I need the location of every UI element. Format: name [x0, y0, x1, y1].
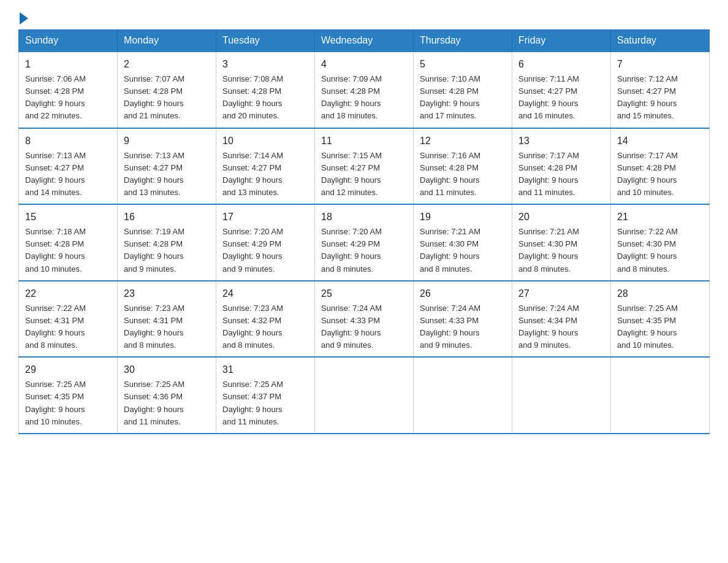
- day-number: 16: [124, 210, 210, 224]
- day-number: 18: [321, 210, 407, 224]
- calendar-cell: 19 Sunrise: 7:21 AMSunset: 4:30 PMDaylig…: [414, 204, 512, 281]
- day-of-week-header: Saturday: [611, 30, 710, 52]
- day-info: Sunrise: 7:19 AMSunset: 4:28 PMDaylight:…: [124, 227, 184, 273]
- day-number: 7: [617, 57, 703, 72]
- calendar-cell: 4 Sunrise: 7:09 AMSunset: 4:28 PMDayligh…: [315, 52, 414, 128]
- day-info: Sunrise: 7:16 AMSunset: 4:28 PMDaylight:…: [420, 151, 480, 197]
- day-info: Sunrise: 7:17 AMSunset: 4:28 PMDaylight:…: [518, 151, 579, 197]
- day-number: 26: [420, 286, 506, 301]
- calendar-cell: 18 Sunrise: 7:20 AMSunset: 4:29 PMDaylig…: [315, 204, 414, 281]
- day-number: 28: [617, 286, 703, 301]
- day-number: 6: [518, 57, 604, 72]
- day-info: Sunrise: 7:12 AMSunset: 4:27 PMDaylight:…: [617, 74, 678, 120]
- calendar-cell: 26 Sunrise: 7:24 AMSunset: 4:33 PMDaylig…: [414, 281, 512, 358]
- day-number: 27: [518, 286, 604, 301]
- logo-arrow-icon: [20, 12, 28, 25]
- calendar-cell: 6 Sunrise: 7:11 AMSunset: 4:27 PMDayligh…: [512, 52, 611, 128]
- calendar-header-row: SundayMondayTuesdayWednesdayThursdayFrid…: [19, 30, 710, 52]
- calendar-cell: 15 Sunrise: 7:18 AMSunset: 4:28 PMDaylig…: [19, 204, 118, 281]
- calendar-cell: 24 Sunrise: 7:23 AMSunset: 4:32 PMDaylig…: [216, 281, 315, 358]
- calendar-week-row: 15 Sunrise: 7:18 AMSunset: 4:28 PMDaylig…: [19, 204, 710, 281]
- day-number: 10: [222, 134, 308, 148]
- day-number: 1: [25, 57, 111, 72]
- day-info: Sunrise: 7:25 AMSunset: 4:35 PMDaylight:…: [25, 380, 86, 426]
- day-number: 19: [420, 210, 506, 224]
- day-number: 9: [124, 134, 210, 148]
- calendar-cell: 2 Sunrise: 7:07 AMSunset: 4:28 PMDayligh…: [118, 52, 216, 128]
- day-info: Sunrise: 7:23 AMSunset: 4:31 PMDaylight:…: [124, 304, 184, 350]
- day-of-week-header: Monday: [118, 30, 216, 52]
- day-number: 3: [222, 57, 308, 72]
- day-of-week-header: Tuesday: [216, 30, 315, 52]
- calendar-cell: 23 Sunrise: 7:23 AMSunset: 4:31 PMDaylig…: [118, 281, 216, 358]
- day-info: Sunrise: 7:07 AMSunset: 4:28 PMDaylight:…: [124, 74, 184, 120]
- day-info: Sunrise: 7:23 AMSunset: 4:32 PMDaylight:…: [222, 304, 283, 350]
- day-number: 20: [518, 210, 604, 224]
- calendar-table: SundayMondayTuesdayWednesdayThursdayFrid…: [18, 29, 710, 434]
- calendar-cell: 25 Sunrise: 7:24 AMSunset: 4:33 PMDaylig…: [315, 281, 414, 358]
- page-header: [18, 12, 710, 23]
- day-number: 5: [420, 57, 506, 72]
- day-info: Sunrise: 7:24 AMSunset: 4:34 PMDaylight:…: [518, 304, 579, 350]
- calendar-cell: 30 Sunrise: 7:25 AMSunset: 4:36 PMDaylig…: [118, 357, 216, 434]
- logo: [18, 12, 28, 23]
- day-of-week-header: Thursday: [414, 30, 512, 52]
- calendar-cell: 20 Sunrise: 7:21 AMSunset: 4:30 PMDaylig…: [512, 204, 611, 281]
- calendar-cell: 21 Sunrise: 7:22 AMSunset: 4:30 PMDaylig…: [611, 204, 710, 281]
- day-number: 21: [617, 210, 703, 224]
- day-info: Sunrise: 7:25 AMSunset: 4:37 PMDaylight:…: [222, 380, 283, 426]
- day-number: 12: [420, 134, 506, 148]
- day-number: 25: [321, 286, 407, 301]
- day-info: Sunrise: 7:13 AMSunset: 4:27 PMDaylight:…: [124, 151, 184, 197]
- day-info: Sunrise: 7:08 AMSunset: 4:28 PMDaylight:…: [222, 74, 283, 120]
- day-number: 31: [222, 362, 308, 377]
- calendar-cell: 28 Sunrise: 7:25 AMSunset: 4:35 PMDaylig…: [611, 281, 710, 358]
- day-number: 13: [518, 134, 604, 148]
- calendar-cell: 7 Sunrise: 7:12 AMSunset: 4:27 PMDayligh…: [611, 52, 710, 128]
- day-info: Sunrise: 7:22 AMSunset: 4:31 PMDaylight:…: [25, 304, 86, 350]
- calendar-cell: 12 Sunrise: 7:16 AMSunset: 4:28 PMDaylig…: [414, 128, 512, 205]
- day-info: Sunrise: 7:25 AMSunset: 4:36 PMDaylight:…: [124, 380, 184, 426]
- day-info: Sunrise: 7:14 AMSunset: 4:27 PMDaylight:…: [222, 151, 283, 197]
- day-info: Sunrise: 7:13 AMSunset: 4:27 PMDaylight:…: [25, 151, 86, 197]
- day-info: Sunrise: 7:25 AMSunset: 4:35 PMDaylight:…: [617, 304, 678, 350]
- day-info: Sunrise: 7:18 AMSunset: 4:28 PMDaylight:…: [25, 227, 86, 273]
- calendar-week-row: 29 Sunrise: 7:25 AMSunset: 4:35 PMDaylig…: [19, 357, 710, 434]
- day-number: 2: [124, 57, 210, 72]
- day-of-week-header: Sunday: [19, 30, 118, 52]
- day-info: Sunrise: 7:22 AMSunset: 4:30 PMDaylight:…: [617, 227, 678, 273]
- calendar-cell: 13 Sunrise: 7:17 AMSunset: 4:28 PMDaylig…: [512, 128, 611, 205]
- calendar-week-row: 1 Sunrise: 7:06 AMSunset: 4:28 PMDayligh…: [19, 52, 710, 128]
- calendar-cell: 3 Sunrise: 7:08 AMSunset: 4:28 PMDayligh…: [216, 52, 315, 128]
- calendar-cell: 14 Sunrise: 7:17 AMSunset: 4:28 PMDaylig…: [611, 128, 710, 205]
- day-number: 23: [124, 286, 210, 301]
- calendar-cell: [315, 357, 414, 434]
- day-info: Sunrise: 7:17 AMSunset: 4:28 PMDaylight:…: [617, 151, 678, 197]
- day-number: 30: [124, 362, 210, 377]
- calendar-cell: [611, 357, 710, 434]
- day-info: Sunrise: 7:15 AMSunset: 4:27 PMDaylight:…: [321, 151, 382, 197]
- day-info: Sunrise: 7:20 AMSunset: 4:29 PMDaylight:…: [321, 227, 382, 273]
- day-info: Sunrise: 7:09 AMSunset: 4:28 PMDaylight:…: [321, 74, 382, 120]
- day-number: 8: [25, 134, 111, 148]
- day-number: 22: [25, 286, 111, 301]
- day-number: 29: [25, 362, 111, 377]
- calendar-cell: 10 Sunrise: 7:14 AMSunset: 4:27 PMDaylig…: [216, 128, 315, 205]
- day-info: Sunrise: 7:06 AMSunset: 4:28 PMDaylight:…: [25, 74, 86, 120]
- day-number: 4: [321, 57, 407, 72]
- day-info: Sunrise: 7:24 AMSunset: 4:33 PMDaylight:…: [321, 304, 382, 350]
- calendar-cell: 27 Sunrise: 7:24 AMSunset: 4:34 PMDaylig…: [512, 281, 611, 358]
- day-number: 11: [321, 134, 407, 148]
- day-number: 17: [222, 210, 308, 224]
- calendar-cell: 5 Sunrise: 7:10 AMSunset: 4:28 PMDayligh…: [414, 52, 512, 128]
- day-info: Sunrise: 7:21 AMSunset: 4:30 PMDaylight:…: [420, 227, 480, 273]
- calendar-week-row: 8 Sunrise: 7:13 AMSunset: 4:27 PMDayligh…: [19, 128, 710, 205]
- day-number: 24: [222, 286, 308, 301]
- calendar-cell: 17 Sunrise: 7:20 AMSunset: 4:29 PMDaylig…: [216, 204, 315, 281]
- calendar-cell: [512, 357, 611, 434]
- calendar-cell: 29 Sunrise: 7:25 AMSunset: 4:35 PMDaylig…: [19, 357, 118, 434]
- day-of-week-header: Friday: [512, 30, 611, 52]
- day-info: Sunrise: 7:21 AMSunset: 4:30 PMDaylight:…: [518, 227, 579, 273]
- day-info: Sunrise: 7:11 AMSunset: 4:27 PMDaylight:…: [518, 74, 579, 120]
- calendar-cell: [414, 357, 512, 434]
